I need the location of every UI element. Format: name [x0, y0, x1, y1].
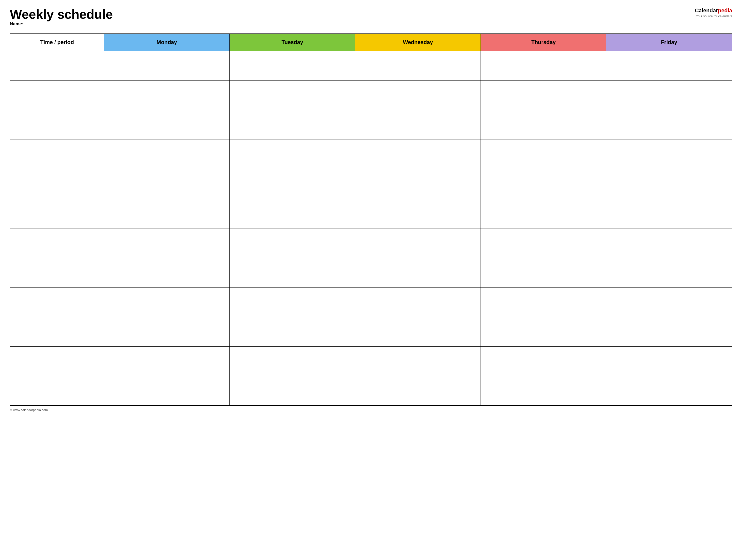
table-cell[interactable]: [104, 376, 229, 405]
name-label: Name:: [10, 21, 113, 26]
table-row: [10, 287, 732, 317]
table-cell[interactable]: [481, 51, 606, 80]
table-cell[interactable]: [606, 139, 732, 169]
table-cell[interactable]: [606, 228, 732, 258]
table-cell[interactable]: [481, 110, 606, 139]
table-cell[interactable]: [10, 317, 104, 346]
table-cell[interactable]: [606, 51, 732, 80]
table-cell[interactable]: [481, 317, 606, 346]
table-cell[interactable]: [606, 258, 732, 287]
table-cell[interactable]: [10, 169, 104, 199]
col-header-thursday: Thursday: [481, 34, 606, 51]
table-cell[interactable]: [104, 110, 229, 139]
table-row: [10, 110, 732, 139]
col-header-wednesday: Wednesday: [355, 34, 481, 51]
table-cell[interactable]: [355, 317, 481, 346]
table-cell[interactable]: [229, 317, 355, 346]
table-cell[interactable]: [355, 139, 481, 169]
table-row: [10, 376, 732, 405]
col-header-monday: Monday: [104, 34, 229, 51]
table-cell[interactable]: [229, 258, 355, 287]
table-cell[interactable]: [355, 199, 481, 228]
table-cell[interactable]: [229, 228, 355, 258]
table-cell[interactable]: [104, 80, 229, 110]
table-row: [10, 51, 732, 80]
table-cell[interactable]: [481, 376, 606, 405]
table-cell[interactable]: [355, 287, 481, 317]
table-row: [10, 228, 732, 258]
col-header-friday: Friday: [606, 34, 732, 51]
table-cell[interactable]: [10, 199, 104, 228]
page-header: Weekly schedule Name: Calendarpedia Your…: [10, 7, 732, 31]
table-row: [10, 169, 732, 199]
table-cell[interactable]: [355, 110, 481, 139]
header-row: Time / period Monday Tuesday Wednesday T…: [10, 34, 732, 51]
table-cell[interactable]: [10, 258, 104, 287]
table-cell[interactable]: [606, 317, 732, 346]
table-cell[interactable]: [355, 376, 481, 405]
table-cell[interactable]: [481, 287, 606, 317]
table-cell[interactable]: [481, 228, 606, 258]
table-cell[interactable]: [10, 228, 104, 258]
table-cell[interactable]: [355, 258, 481, 287]
table-row: [10, 139, 732, 169]
table-cell[interactable]: [10, 51, 104, 80]
logo-pedia-text: pedia: [718, 7, 732, 13]
table-cell[interactable]: [229, 80, 355, 110]
table-cell[interactable]: [606, 376, 732, 405]
table-cell[interactable]: [229, 139, 355, 169]
table-cell[interactable]: [10, 346, 104, 376]
table-row: [10, 317, 732, 346]
table-cell[interactable]: [104, 317, 229, 346]
table-cell[interactable]: [229, 110, 355, 139]
table-cell[interactable]: [355, 228, 481, 258]
table-cell[interactable]: [229, 346, 355, 376]
table-cell[interactable]: [355, 80, 481, 110]
table-row: [10, 258, 732, 287]
table-cell[interactable]: [481, 169, 606, 199]
table-cell[interactable]: [104, 258, 229, 287]
table-cell[interactable]: [10, 110, 104, 139]
logo-calendar-text: Calendar: [695, 7, 718, 13]
table-cell[interactable]: [355, 346, 481, 376]
table-cell[interactable]: [481, 346, 606, 376]
table-row: [10, 346, 732, 376]
table-cell[interactable]: [104, 346, 229, 376]
table-cell[interactable]: [229, 287, 355, 317]
table-cell[interactable]: [606, 110, 732, 139]
logo-tagline: Your source for calendars: [695, 14, 732, 18]
col-header-time: Time / period: [10, 34, 104, 51]
table-cell[interactable]: [104, 287, 229, 317]
table-cell[interactable]: [481, 199, 606, 228]
table-cell[interactable]: [104, 139, 229, 169]
table-cell[interactable]: [229, 169, 355, 199]
table-cell[interactable]: [104, 228, 229, 258]
table-cell[interactable]: [481, 258, 606, 287]
table-cell[interactable]: [10, 139, 104, 169]
page-title: Weekly schedule: [10, 7, 113, 21]
col-header-tuesday: Tuesday: [229, 34, 355, 51]
table-cell[interactable]: [481, 80, 606, 110]
table-cell[interactable]: [10, 80, 104, 110]
logo: Calendarpedia: [695, 7, 732, 14]
weekly-schedule-table: Time / period Monday Tuesday Wednesday T…: [10, 34, 732, 406]
table-cell[interactable]: [10, 376, 104, 405]
table-cell[interactable]: [10, 287, 104, 317]
table-cell[interactable]: [355, 51, 481, 80]
table-cell[interactable]: [104, 199, 229, 228]
logo-block: Calendarpedia Your source for calendars: [695, 7, 732, 18]
table-cell[interactable]: [481, 139, 606, 169]
table-cell[interactable]: [229, 51, 355, 80]
table-cell[interactable]: [606, 199, 732, 228]
footer: © www.calendarpedia.com: [10, 408, 732, 412]
table-cell[interactable]: [229, 376, 355, 405]
table-cell[interactable]: [104, 51, 229, 80]
table-cell[interactable]: [606, 80, 732, 110]
table-cell[interactable]: [229, 199, 355, 228]
table-cell[interactable]: [606, 169, 732, 199]
table-cell[interactable]: [104, 169, 229, 199]
table-cell[interactable]: [355, 169, 481, 199]
table-row: [10, 80, 732, 110]
table-cell[interactable]: [606, 287, 732, 317]
table-cell[interactable]: [606, 346, 732, 376]
